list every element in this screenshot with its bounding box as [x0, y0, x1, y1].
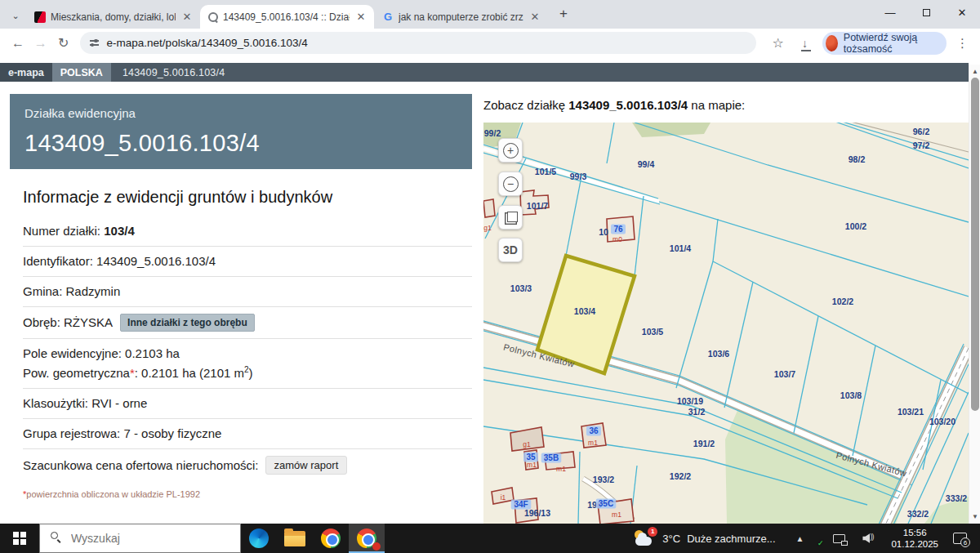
svg-text:m1: m1 [556, 465, 566, 473]
row-label: Szacunkowa cena ofertowa nieruchomości: [23, 457, 259, 474]
map-viewport[interactable]: Polnych KwiatówPolnych Kwiatów 99/2101/5… [483, 123, 969, 524]
defender-tray-item[interactable]: ✓ [811, 531, 826, 546]
new-tab-button[interactable]: + [553, 3, 574, 25]
weather-temp[interactable]: 3°C [662, 533, 680, 545]
svg-text:99/3: 99/3 [570, 172, 587, 181]
date: 01.12.2025 [891, 538, 938, 550]
svg-text:35C: 35C [599, 499, 613, 508]
svg-text:34F: 34F [514, 500, 528, 509]
polska-tab[interactable]: POLSKA [52, 63, 111, 82]
clock[interactable]: 15:56 01.12.2025 [891, 527, 938, 550]
close-window-button[interactable]: ✕ [944, 0, 980, 25]
screen: ⌄ Mieszkania, domy, działki, lokal ✕ 143… [0, 0, 980, 553]
windows-taskbar: 1 3°C Duże zachmurze... ▲ ✓ 15:56 01.12.… [0, 524, 980, 553]
profile-identity-button[interactable]: Potwierdź swoją tożsamość [822, 32, 947, 55]
svg-text:332/2: 332/2 [907, 509, 929, 519]
time: 15:56 [903, 527, 927, 538]
google-favicon: G [382, 11, 394, 23]
taskbar-edge[interactable] [241, 524, 277, 553]
notification-center-icon[interactable]: 6 [953, 533, 967, 544]
close-tab-icon[interactable]: ✕ [180, 11, 194, 24]
row-powierzchnia: Pole ewidencyjne: 0.2103 ha Pow. geometr… [23, 339, 472, 389]
svg-text:103/8: 103/8 [840, 390, 862, 400]
url-text[interactable]: e-mapa.net/polska/143409_5.0016.103/4 [107, 37, 308, 49]
start-button[interactable] [0, 524, 39, 553]
browser-toolbar: ← → ↻ e-mapa.net/polska/143409_5.0016.10… [0, 29, 980, 57]
tab-emapa-active[interactable]: 143409_5.0016.103/4 :: Działka ✕ [200, 5, 374, 29]
svg-text:103/5: 103/5 [642, 327, 663, 337]
tray-chevron-icon[interactable]: ▲ [796, 534, 804, 543]
order-report-button[interactable]: zamów raport [265, 456, 348, 475]
minimize-button[interactable]: — [872, 0, 908, 25]
svg-text:g1: g1 [483, 224, 492, 232]
svg-text:g1: g1 [523, 440, 531, 448]
row-klasouzytki: Klasoużytki: RVI - orne [23, 389, 472, 419]
forward-button[interactable]: → [31, 32, 51, 55]
svg-text:101/4: 101/4 [670, 243, 691, 253]
downloads-icon[interactable]: ↓ [802, 37, 808, 50]
taskbar-chrome[interactable] [313, 524, 349, 553]
back-button[interactable]: ← [8, 32, 28, 55]
network-icon[interactable] [833, 534, 845, 543]
svg-text:m1: m1 [527, 461, 537, 469]
browser-menu-icon[interactable]: ⋮ [956, 36, 969, 51]
tab-search-chevron-icon[interactable]: ⌄ [7, 7, 24, 25]
maximize-button[interactable] [908, 0, 944, 25]
svg-text:99/4: 99/4 [638, 159, 655, 169]
close-tab-icon[interactable]: ✕ [354, 11, 368, 24]
row-label: Numer działki: [23, 223, 100, 239]
search-input[interactable] [39, 524, 241, 553]
parcel-header: Działka ewidencyjna 143409_5.0016.103/4 [10, 94, 472, 169]
emapa-brand-tab[interactable]: e-mapa [0, 63, 52, 82]
tab-otodom[interactable]: Mieszkania, domy, działki, lokal ✕ [26, 5, 200, 29]
row-numer-dzialki: Numer działki: 103/4 [23, 216, 472, 247]
3d-view-button[interactable]: 3D [498, 238, 523, 262]
address-bar[interactable]: e-mapa.net/polska/143409_5.0016.103/4 [80, 32, 756, 54]
row-obreb: Obręb: RŻYSKA Inne działki z tego obrębu [23, 307, 472, 339]
footnote: *powierzchnia obliczona w układzie PL-19… [23, 489, 472, 499]
volume-icon[interactable] [862, 533, 874, 543]
weather-icon[interactable]: 1 [633, 528, 656, 548]
svg-text:103/7: 103/7 [774, 369, 795, 379]
svg-text:101/5: 101/5 [535, 167, 556, 176]
svg-text:31/2: 31/2 [688, 407, 706, 417]
page-scrollbar[interactable]: ▲ ▼ [969, 65, 980, 524]
window-controls: — ✕ [872, 0, 980, 25]
svg-text:101/7: 101/7 [527, 201, 548, 211]
site-settings-icon[interactable] [90, 39, 99, 47]
weather-description[interactable]: Duże zachmurze... [687, 533, 775, 545]
row-value: 103/4 [104, 223, 135, 239]
profile-badge [372, 542, 381, 551]
scroll-up-icon[interactable]: ▲ [969, 68, 980, 75]
tab-google-search[interactable]: G jak na komputerze zrobić zrzut ✕ [374, 5, 548, 29]
taskbar-chrome-active[interactable] [349, 524, 385, 553]
row-label: Klasoużytki: [23, 395, 88, 412]
close-tab-icon[interactable]: ✕ [528, 11, 541, 24]
row-label: Gmina: [23, 283, 62, 300]
other-parcels-button[interactable]: Inne działki z tego obrębu [120, 314, 255, 332]
taskbar-explorer[interactable] [277, 524, 313, 553]
row-label: Obręb: [23, 314, 60, 331]
svg-text:103/21: 103/21 [898, 407, 924, 417]
parcel-header-label: Działka ewidencyjna [24, 106, 457, 120]
reload-button[interactable]: ↻ [54, 32, 74, 55]
layers-button[interactable] [498, 205, 523, 230]
scrollbar-thumb[interactable] [971, 78, 979, 411]
taskbar-search[interactable] [39, 524, 241, 553]
3d-icon: 3D [503, 243, 518, 256]
svg-text:333/2: 333/2 [946, 493, 967, 503]
svg-text:98/2: 98/2 [849, 154, 866, 164]
svg-text:192/2: 192/2 [670, 471, 691, 481]
scroll-down-icon[interactable]: ▼ [969, 513, 980, 520]
bookmark-star-icon[interactable]: ☆ [773, 35, 784, 51]
row-value: RVI - orne [91, 395, 147, 412]
svg-text:97/2: 97/2 [913, 140, 930, 150]
row-identyfikator: Identyfikator: 143409_5.0016.103/4 [23, 247, 472, 277]
tab-title: jak na komputerze zrobić zrzut [399, 11, 523, 23]
zoom-in-button[interactable]: + [498, 138, 523, 163]
area-line1: Pole ewidencyjne: 0.2103 ha [23, 346, 472, 362]
emapa-header-bar: e-mapa POLSKA 143409_5.0016.103/4 [0, 63, 969, 82]
maximize-icon [923, 9, 930, 16]
browser-tabstrip: ⌄ Mieszkania, domy, działki, lokal ✕ 143… [0, 0, 980, 29]
zoom-out-button[interactable]: − [498, 172, 523, 196]
